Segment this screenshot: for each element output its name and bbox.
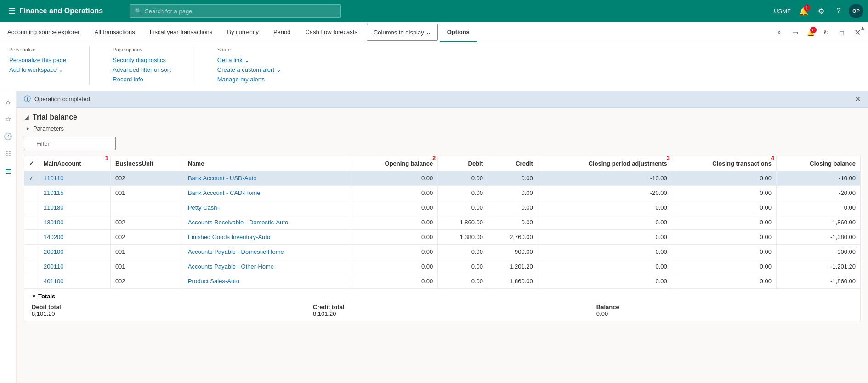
row-debit: 1,380.00 [438,230,488,245]
personalize-page-link[interactable]: Personalize this page [9,55,66,65]
sidebar-list-icon[interactable]: ☰ [0,164,16,179]
table-body: ✓ 110110 002 Bank Account - USD-Auto 0.0… [24,171,860,289]
row-credit: 900.00 [488,245,538,259]
row-closing-balance: -10.00 [776,171,860,186]
row-opening-balance: 0.00 [350,215,438,230]
row-check[interactable] [24,215,39,230]
row-check[interactable] [24,259,39,274]
separator-2 [194,47,194,84]
data-table: ✓ MainAccount 1 BusinessUnit Name Openin… [24,156,860,289]
arrow-icon: ⌄ [58,66,63,73]
filter-input-wrap: 🔍 [24,137,116,150]
get-link-link[interactable]: Get a link ⌄ [217,55,281,65]
filter-icon[interactable]: ◢ [24,114,29,121]
row-opening-balance: 0.00 [350,171,438,186]
table-row[interactable]: 110180 Petty Cash- 0.00 0.00 0.00 0.00 0… [24,200,860,215]
credit-total-value: 8,101.20 [313,310,578,317]
view-toggle-icon[interactable]: ▭ [788,26,802,40]
row-check[interactable] [24,245,39,259]
sidebar-grid-icon[interactable]: ☷ [0,146,16,162]
sidebar-clock-icon[interactable]: 🕐 [0,129,16,144]
parameters-row[interactable]: ► Parameters [24,125,861,132]
row-debit: 0.00 [438,200,488,215]
tab-fiscal-year[interactable]: Fiscal year transactions [142,23,220,42]
notification-icon[interactable]: 🔔 1 [796,4,811,18]
debit-header: Debit [438,156,488,171]
tab-options[interactable]: Options [440,23,477,42]
table-row[interactable]: 200100 001 Accounts Payable - Domestic-H… [24,245,860,259]
row-business-unit: 002 [110,171,183,186]
page-options-title: Page options [113,47,170,52]
row-check[interactable] [24,200,39,215]
tab-by-currency[interactable]: By currency [220,23,266,42]
search-input[interactable] [145,8,336,15]
security-diagnostics-link[interactable]: Security diagnostics [113,55,170,65]
tab-all-transactions[interactable]: All transactions [87,23,142,42]
row-credit: 1,860.00 [488,274,538,289]
tab-accounting-source[interactable]: Accounting source explorer [0,23,87,42]
table-row[interactable]: ✓ 110110 002 Bank Account - USD-Auto 0.0… [24,171,860,186]
get-link-arrow: ⌄ [244,57,250,63]
table-row[interactable]: 140200 002 Finished Goods Inventory-Auto… [24,230,860,245]
page-options-group: Page options Security diagnostics Advanc… [113,47,170,84]
sidebar-star-icon[interactable]: ☆ [0,111,16,127]
debit-total-value: 8,101.20 [32,310,295,317]
row-closing-trans: 0.00 [672,259,776,274]
help-icon[interactable]: ? [831,4,846,18]
row-check[interactable] [24,274,39,289]
manage-alerts-link[interactable]: Manage my alerts [217,74,281,84]
row-main-account: 200100 [39,245,111,259]
record-info-link[interactable]: Record info [113,74,170,84]
advanced-filter-link[interactable]: Advanced filter or sort [113,65,170,74]
row-check[interactable] [24,230,39,245]
table-row[interactable]: 130100 002 Accounts Receivable - Domesti… [24,215,860,230]
row-opening-balance: 0.00 [350,245,438,259]
app-title: Finance and Operations [19,7,120,15]
custom-alert-link[interactable]: Create a custom alert ⌄ [217,65,281,74]
row-main-account: 110180 [39,200,111,215]
row-business-unit: 002 [110,215,183,230]
hamburger-icon[interactable]: ☰ [5,2,19,20]
table-row[interactable]: 401100 002 Product Sales-Auto 0.00 0.00 … [24,274,860,289]
collapse-icon[interactable]: ▴ [857,22,868,33]
tab-cash-flow[interactable]: Cash flow forecasts [298,23,364,42]
closing-period-header: Closing period adjustments 3 [538,156,672,171]
row-name: Bank Account - USD-Auto [183,171,350,186]
info-message: Operation completed [34,96,90,103]
row-check[interactable] [24,186,39,200]
totals-header[interactable]: ▼ Totals [32,293,853,300]
select-all-header[interactable]: ✓ [24,156,39,171]
personalize-icon[interactable]: ⚬ [772,26,786,40]
main-account-header: MainAccount 1 [39,156,111,171]
filter-input[interactable] [24,137,116,150]
parameters-label: Parameters [33,125,64,132]
tab-period[interactable]: Period [266,23,298,42]
page-options-items: Security diagnostics Advanced filter or … [113,55,170,84]
user-company: USMF [771,6,794,17]
sidebar: ⌂ ☆ 🕐 ☷ ☰ [0,91,17,383]
row-closing-trans: 0.00 [672,230,776,245]
row-closing-period: 0.00 [538,200,672,215]
columns-dropdown[interactable]: Columns to display ⌄ [367,24,438,41]
sidebar-home-icon[interactable]: ⌂ [0,94,16,109]
row-credit: 0.00 [488,200,538,215]
alerts-icon[interactable]: 🔔 0 [804,26,817,40]
search-bar[interactable]: 🔍 [130,4,341,18]
row-business-unit: 001 [110,186,183,200]
info-close-button[interactable]: ✕ [855,95,861,103]
maximize-icon[interactable]: ◻ [835,26,849,40]
table-row[interactable]: 200110 001 Accounts Payable - Other-Home… [24,259,860,274]
settings-icon[interactable]: ⚙ [814,4,828,18]
debit-total-label: Debit total [32,303,295,310]
avatar[interactable]: OP [849,4,863,18]
custom-alert-arrow: ⌄ [276,66,281,73]
row-name: Accounts Receivable - Domestic-Auto [183,215,350,230]
add-workspace-link[interactable]: Add to workspace ⌄ [9,65,66,74]
table-header: ✓ MainAccount 1 BusinessUnit Name Openin… [24,156,860,171]
row-main-account: 110115 [39,186,111,200]
refresh-icon[interactable]: ↻ [819,26,833,40]
notification-badge: 1 [804,5,810,11]
table-row[interactable]: 110115 001 Bank Account - CAD-Home 0.00 … [24,186,860,200]
row-check[interactable]: ✓ [24,171,39,186]
closing-balance-header: Closing balance [776,156,860,171]
